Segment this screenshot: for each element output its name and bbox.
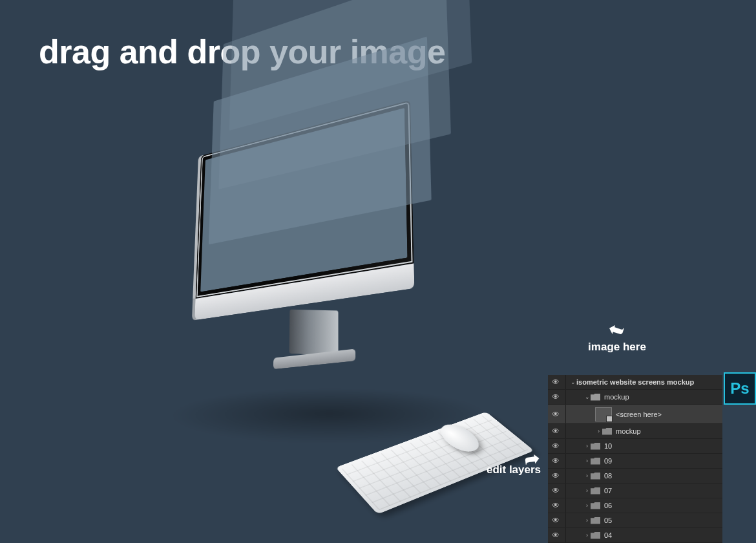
folder-icon [591, 502, 600, 509]
layer-row-smart-object[interactable]: 👁 <screen here> [548, 405, 722, 424]
layer-row-folder[interactable]: 👁 › 04 [548, 528, 722, 543]
layer-label: 05 [604, 516, 612, 524]
chevron-right-icon[interactable]: › [583, 487, 591, 494]
folder-icon [591, 517, 600, 524]
layer-label: mockup [616, 427, 641, 435]
visibility-icon[interactable]: 👁 [552, 392, 562, 401]
layer-label: 07 [604, 487, 612, 495]
folder-icon [591, 458, 600, 465]
folder-icon [602, 428, 612, 435]
layer-label: 10 [604, 442, 612, 450]
layer-label: 09 [604, 457, 612, 465]
visibility-icon[interactable]: 👁 [552, 456, 562, 465]
layer-row-group[interactable]: 👁 › mockup [548, 424, 722, 439]
visibility-icon[interactable]: 👁 [552, 501, 562, 510]
annotation-image-here: ➥ image here [582, 317, 653, 354]
visibility-icon[interactable]: 👁 [552, 442, 562, 451]
smart-object-icon [595, 407, 612, 421]
layer-row-folder[interactable]: 👁 › 08 [548, 469, 722, 484]
layers-panel[interactable]: 👁 ⌄ isometric website screens mockup 👁 ⌄… [548, 375, 722, 543]
visibility-icon[interactable]: 👁 [552, 531, 562, 540]
annotation-edit-layers: ➦ edit layers [478, 446, 549, 476]
layer-label: 04 [604, 531, 612, 539]
chevron-right-icon[interactable]: › [595, 428, 602, 434]
folder-icon [591, 394, 600, 401]
visibility-icon[interactable]: 👁 [552, 471, 562, 480]
layer-row-folder[interactable]: 👁 › 07 [548, 484, 722, 498]
photoshop-icon: Ps [724, 372, 756, 405]
chevron-right-icon[interactable]: › [583, 458, 591, 464]
chevron-right-icon[interactable]: › [583, 473, 591, 479]
layer-label: mockup [604, 393, 629, 401]
layer-row-folder[interactable]: 👁 › 09 [548, 454, 722, 469]
monitor-stand [289, 310, 339, 356]
layer-label: isometric website screens mockup [576, 378, 694, 386]
layer-label: 08 [604, 472, 612, 480]
layer-row-folder[interactable]: 👁 › 10 [548, 439, 722, 454]
visibility-icon[interactable]: 👁 [552, 516, 562, 525]
visibility-icon[interactable]: 👁 [552, 378, 562, 387]
visibility-icon[interactable]: 👁 [552, 410, 562, 419]
layer-label: 06 [604, 502, 612, 509]
visibility-icon[interactable]: 👁 [552, 486, 562, 495]
curved-arrow-icon: ➦ [514, 446, 551, 472]
chevron-down-icon[interactable]: ⌄ [569, 379, 576, 385]
folder-icon [591, 487, 600, 495]
chevron-right-icon[interactable]: › [583, 502, 591, 509]
layer-label: <screen here> [616, 410, 662, 418]
visibility-icon[interactable]: 👁 [552, 427, 562, 436]
layer-row-folder[interactable]: 👁 › 05 [548, 513, 722, 528]
folder-icon [591, 443, 600, 450]
chevron-right-icon[interactable]: › [583, 532, 591, 538]
mockup-scene [142, 97, 530, 485]
chevron-right-icon[interactable]: › [583, 443, 591, 449]
chevron-down-icon[interactable]: ⌄ [583, 394, 591, 400]
folder-icon [591, 473, 600, 480]
chevron-right-icon[interactable]: › [583, 517, 591, 524]
layer-row-root[interactable]: 👁 ⌄ isometric website screens mockup [548, 375, 722, 390]
layer-row-group[interactable]: 👁 ⌄ mockup [548, 390, 722, 405]
folder-icon [591, 532, 600, 539]
layer-row-folder[interactable]: 👁 › 06 [548, 498, 722, 513]
